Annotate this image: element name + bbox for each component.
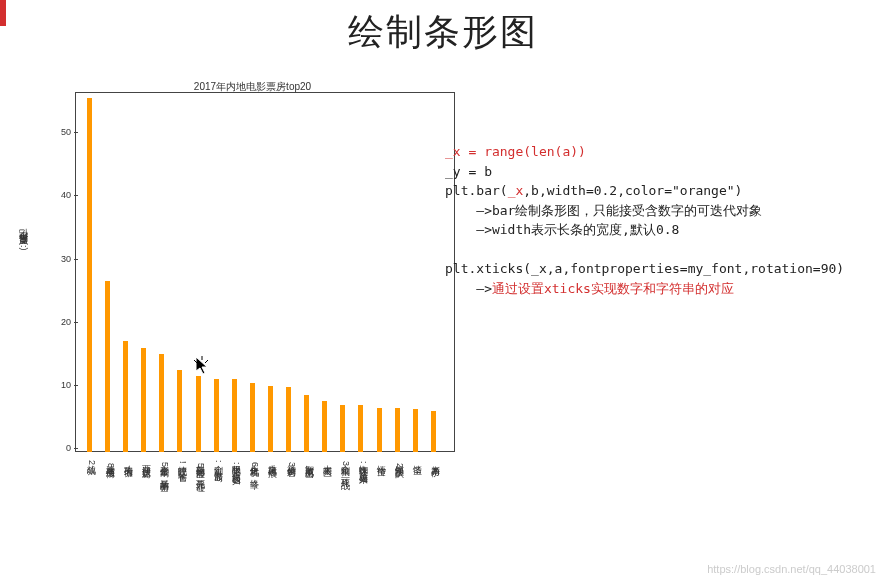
code-line-6: plt.xticks(_x,a,fontproperties=my_font,r…: [445, 259, 886, 279]
y-tick-label: 20: [61, 317, 71, 327]
y-tick-label: 30: [61, 254, 71, 264]
bar-chart: 2017年内地电影票房top20 电影票房(单位:亿) 01020304050 …: [45, 82, 460, 537]
bar: [268, 386, 273, 452]
code-line-4: —>bar绘制条形图，只能接受含数字的可迭代对象: [445, 201, 886, 221]
x-tick-label: 极限特工:终极回归: [230, 458, 243, 470]
bar: [358, 405, 363, 452]
bar: [214, 379, 219, 452]
bar: [141, 348, 146, 452]
x-tick-label: 功夫瑜伽: [122, 458, 135, 462]
bar: [377, 408, 382, 452]
bar: [431, 411, 436, 452]
bar: [322, 401, 327, 452]
x-tick-label: 生化危机6:终章: [248, 458, 261, 474]
bar: [340, 405, 345, 452]
bar: [395, 408, 400, 452]
x-tick-label: 摔跤吧!爸爸: [176, 458, 189, 467]
bar: [123, 341, 128, 452]
code-spacer: [445, 240, 886, 260]
bar: [286, 387, 291, 452]
x-tick-label: 神偷奶爸3: [285, 458, 298, 468]
y-tick-label: 50: [61, 127, 71, 137]
watermark: https://blog.csdn.net/qq_44038001: [707, 563, 876, 575]
x-tick-label: 金刚:骷髅岛: [212, 458, 225, 467]
bar: [87, 98, 92, 452]
bar: [196, 376, 201, 452]
bar: [232, 379, 237, 452]
x-tick-label: 速度与激情8: [104, 458, 117, 469]
bar: [105, 281, 110, 452]
code-line-2: _y = b: [445, 162, 886, 182]
x-tick-label: 战狼2: [85, 458, 98, 466]
code-line-1: _x = range(len(a)): [445, 142, 886, 162]
code-line-3: plt.bar(_x,b,width=0.2,color="orange"): [445, 181, 886, 201]
bar: [250, 383, 255, 452]
x-tick-label: 蜘蛛侠:英雄归来: [357, 458, 370, 469]
bars-container: [75, 92, 455, 452]
x-tick-label: 加勒比海盗5:死无对证: [194, 458, 207, 477]
x-tick-label: 新木乃伊: [429, 458, 442, 462]
page-title: 绘制条形图: [0, 8, 886, 57]
red-accent-tab: [0, 0, 6, 26]
x-tick-label: 智取威虎山: [303, 458, 316, 463]
y-tick-label: 40: [61, 190, 71, 200]
code-line-7: —>通过设置xticks实现数字和字符串的对应: [445, 279, 886, 299]
bar: [159, 354, 164, 452]
y-axis-label: 电影票房(单位:亿): [17, 242, 30, 251]
x-tick-label: 情圣: [411, 458, 424, 460]
bar: [304, 395, 309, 452]
x-tick-label: 变形金刚5:最后的骑士: [158, 458, 171, 477]
x-tick-label: 乘风破浪: [266, 458, 279, 462]
x-tick-label: 银河护卫队2: [393, 458, 406, 469]
bar: [413, 409, 418, 452]
x-tick-label: 金刚狼3:殊死一战: [339, 458, 352, 475]
bar: [177, 370, 182, 452]
x-tick-label: 西游伏妖篇: [140, 458, 153, 463]
code-annotation: _x = range(len(a)) _y = b plt.bar(_x,b,w…: [445, 142, 886, 298]
x-tick-label: 大闹天竺: [321, 458, 334, 462]
code-line-5: —>width表示长条的宽度,默认0.8: [445, 220, 886, 240]
x-tick-label: 悟空传: [375, 458, 388, 461]
y-tick-label: 0: [66, 443, 71, 453]
y-tick-label: 10: [61, 380, 71, 390]
y-ticks: 01020304050: [55, 92, 73, 452]
